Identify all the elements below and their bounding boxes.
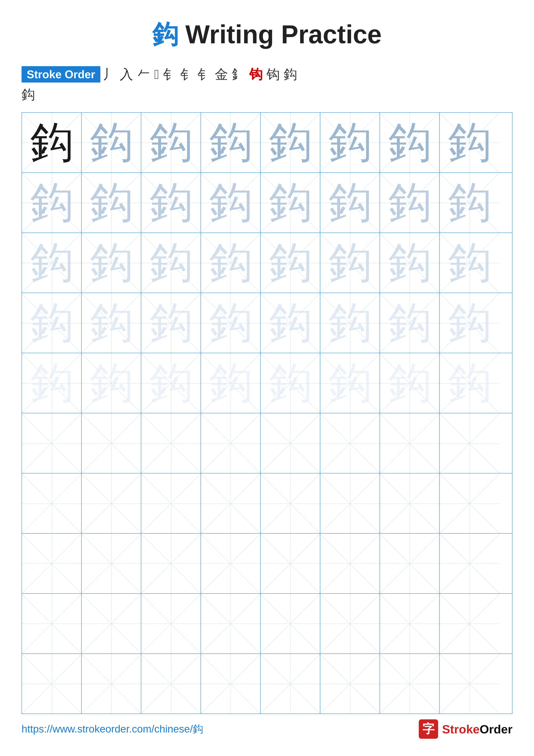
stroke-order-badge: Stroke Order: [21, 66, 100, 83]
grid-cell[interactable]: 鈎: [261, 293, 320, 353]
stroke-10: 钩: [249, 65, 263, 83]
grid-cell[interactable]: [380, 654, 440, 714]
grid-cell[interactable]: [440, 473, 499, 533]
grid-cell[interactable]: [440, 413, 499, 473]
grid-cell[interactable]: 鈎: [440, 233, 499, 293]
grid-cell[interactable]: [380, 594, 440, 653]
grid-row-4: 鈎 鈎 鈎 鈎 鈎 鈎 鈎 鈎: [22, 293, 512, 353]
grid-cell[interactable]: 鈎: [261, 113, 320, 173]
grid-cell[interactable]: 鈎: [82, 353, 141, 413]
grid-cell[interactable]: [261, 534, 320, 593]
grid-cell[interactable]: 鈎: [261, 353, 320, 413]
grid-cell[interactable]: 鈎: [380, 233, 440, 293]
footer-brand: 字 StrokeOrder: [419, 719, 513, 739]
grid-cell[interactable]: 鈎: [201, 353, 261, 413]
grid-cell[interactable]: [141, 534, 201, 593]
grid-cell[interactable]: [380, 413, 440, 473]
stroke-6: 钅: [180, 65, 194, 83]
grid-cell[interactable]: [82, 654, 141, 714]
grid-cell[interactable]: [320, 473, 380, 533]
grid-cell[interactable]: 鈎: [141, 293, 201, 353]
grid-cell[interactable]: [440, 654, 499, 714]
grid-cell[interactable]: [261, 473, 320, 533]
grid-cell[interactable]: [82, 534, 141, 593]
grid-cell[interactable]: 鈎: [380, 293, 440, 353]
grid-row-3: 鈎 鈎 鈎 鈎 鈎 鈎 鈎 鈎: [22, 233, 512, 293]
grid-cell[interactable]: [141, 473, 201, 533]
grid-cell[interactable]: 鈎: [320, 293, 380, 353]
grid-cell[interactable]: 鈎: [141, 233, 201, 293]
grid-row-1: 鈎 鈎 鈎 鈎 鈎 鈎 鈎 鈎: [22, 113, 512, 173]
grid-cell[interactable]: 鈎: [22, 113, 82, 173]
grid-cell[interactable]: 鈎: [141, 113, 201, 173]
grid-cell[interactable]: [320, 654, 380, 714]
grid-cell[interactable]: [201, 534, 261, 593]
grid-cell[interactable]: 鈎: [440, 113, 499, 173]
grid-cell[interactable]: 鈎: [261, 173, 320, 232]
grid-cell[interactable]: [22, 594, 82, 653]
grid-cell[interactable]: 鈎: [82, 233, 141, 293]
title-character: 鈎: [152, 20, 178, 49]
grid-cell[interactable]: [320, 534, 380, 593]
grid-cell[interactable]: 鈎: [440, 293, 499, 353]
grid-cell[interactable]: 鈎: [320, 173, 380, 232]
grid-cell[interactable]: [201, 413, 261, 473]
grid-cell[interactable]: 鈎: [380, 173, 440, 232]
stroke-chars: 丿 入 𠂉 𠃊 钅 钅 钅 金 釒 钩 钩 鈎: [103, 65, 297, 83]
grid-row-8: [22, 534, 512, 594]
grid-cell[interactable]: [22, 654, 82, 714]
grid-cell[interactable]: [380, 473, 440, 533]
grid-cell[interactable]: [440, 534, 499, 593]
grid-cell[interactable]: 鈎: [380, 353, 440, 413]
grid-cell[interactable]: 鈎: [201, 233, 261, 293]
grid-cell[interactable]: [22, 473, 82, 533]
grid-cell[interactable]: 鈎: [22, 173, 82, 232]
grid-cell[interactable]: 鈎: [22, 353, 82, 413]
grid-cell[interactable]: [261, 654, 320, 714]
grid-cell[interactable]: 鈎: [141, 353, 201, 413]
stroke-7: 钅: [197, 65, 211, 83]
grid-row-2: 鈎 鈎 鈎 鈎 鈎 鈎 鈎 鈎: [22, 173, 512, 233]
grid-cell[interactable]: 鈎: [320, 113, 380, 173]
footer-logo: 字: [419, 719, 438, 739]
grid-cell[interactable]: [440, 594, 499, 653]
grid-cell[interactable]: [201, 594, 261, 653]
grid-cell[interactable]: 鈎: [22, 233, 82, 293]
grid-cell[interactable]: [82, 473, 141, 533]
grid-cell[interactable]: [261, 413, 320, 473]
grid-cell[interactable]: [141, 413, 201, 473]
grid-cell[interactable]: 鈎: [82, 173, 141, 232]
grid-cell[interactable]: [320, 413, 380, 473]
grid-cell[interactable]: 鈎: [261, 233, 320, 293]
grid-cell[interactable]: [22, 534, 82, 593]
grid-cell[interactable]: 鈎: [82, 293, 141, 353]
grid-cell[interactable]: 鈎: [320, 353, 380, 413]
grid-cell[interactable]: 鈎: [440, 173, 499, 232]
grid-cell[interactable]: 鈎: [201, 113, 261, 173]
grid-cell[interactable]: 鈎: [320, 233, 380, 293]
stroke-11: 钩: [267, 65, 280, 83]
grid-cell[interactable]: 鈎: [82, 113, 141, 173]
stroke-order-section: Stroke Order 丿 入 𠂉 𠃊 钅 钅 钅 金 釒 钩 钩 鈎 鈎: [21, 65, 513, 104]
grid-cell[interactable]: [380, 534, 440, 593]
grid-cell[interactable]: [141, 654, 201, 714]
grid-cell[interactable]: 鈎: [22, 293, 82, 353]
grid-cell[interactable]: [261, 594, 320, 653]
grid-cell[interactable]: [320, 594, 380, 653]
grid-cell[interactable]: 鈎: [201, 173, 261, 232]
grid-cell[interactable]: [82, 594, 141, 653]
grid-cell[interactable]: [141, 594, 201, 653]
grid-cell[interactable]: [22, 413, 82, 473]
grid-cell[interactable]: [82, 413, 141, 473]
grid-cell[interactable]: 鈎: [201, 293, 261, 353]
stroke-12: 鈎: [284, 65, 297, 83]
grid-cell[interactable]: 鈎: [380, 113, 440, 173]
footer-url[interactable]: https://www.strokeorder.com/chinese/鈎: [21, 722, 203, 736]
stroke-1: 丿: [103, 65, 116, 83]
grid-cell[interactable]: [201, 654, 261, 714]
grid-cell[interactable]: [201, 473, 261, 533]
grid-cell[interactable]: 鈎: [141, 173, 201, 232]
grid-cell[interactable]: 鈎: [440, 353, 499, 413]
stroke-8: 金: [215, 65, 228, 83]
stroke-4: 𠃊: [154, 67, 159, 82]
